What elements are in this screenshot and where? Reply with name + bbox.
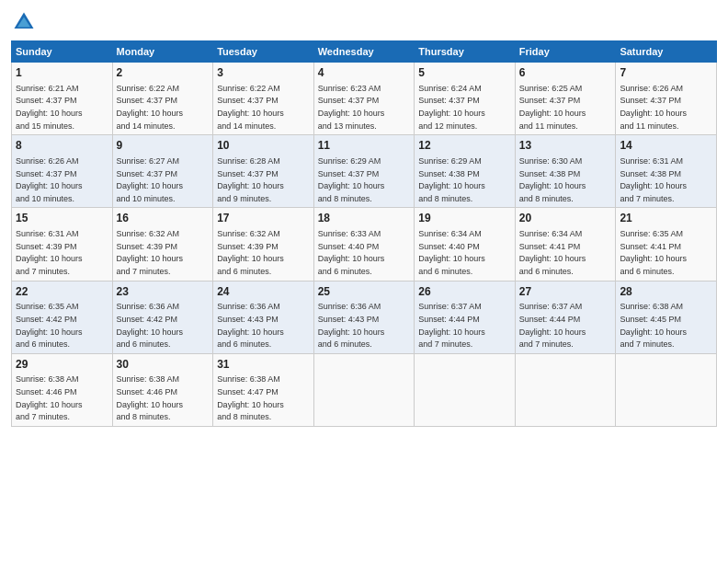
day-number: 19: [418, 211, 511, 226]
day-number: 27: [519, 284, 612, 300]
calendar-cell: 3Sunrise: 6:22 AM Sunset: 4:37 PM Daylig…: [213, 63, 314, 135]
day-info: Sunrise: 6:23 AM Sunset: 4:37 PM Dayligh…: [318, 84, 385, 131]
day-number: 24: [217, 284, 310, 300]
col-header-sunday: Sunday: [12, 41, 113, 63]
day-number: 8: [16, 138, 108, 154]
day-number: 6: [519, 65, 612, 81]
day-number: 23: [117, 284, 210, 300]
day-number: 5: [418, 65, 511, 81]
calendar-cell: 9Sunrise: 6:27 AM Sunset: 4:37 PM Daylig…: [112, 135, 213, 208]
calendar-cell: 12Sunrise: 6:29 AM Sunset: 4:38 PM Dayli…: [415, 135, 516, 208]
day-number: 9: [117, 138, 210, 154]
col-header-saturday: Saturday: [616, 41, 717, 63]
day-info: Sunrise: 6:38 AM Sunset: 4:46 PM Dayligh…: [16, 374, 83, 421]
calendar-cell: 10Sunrise: 6:28 AM Sunset: 4:37 PM Dayli…: [213, 135, 314, 208]
calendar-cell: 22Sunrise: 6:35 AM Sunset: 4:42 PM Dayli…: [12, 281, 113, 353]
day-number: 4: [318, 65, 411, 81]
day-number: 18: [318, 211, 411, 226]
calendar-cell: [515, 353, 616, 426]
day-info: Sunrise: 6:34 AM Sunset: 4:41 PM Dayligh…: [519, 229, 586, 276]
calendar-table: SundayMondayTuesdayWednesdayThursdayFrid…: [11, 40, 717, 427]
calendar-cell: 11Sunrise: 6:29 AM Sunset: 4:37 PM Dayli…: [313, 135, 415, 208]
day-number: 20: [519, 211, 612, 226]
calendar-cell: 14Sunrise: 6:31 AM Sunset: 4:38 PM Dayli…: [616, 135, 717, 208]
calendar-cell: 21Sunrise: 6:35 AM Sunset: 4:41 PM Dayli…: [616, 208, 717, 281]
week-row-3: 15Sunrise: 6:31 AM Sunset: 4:39 PM Dayli…: [12, 208, 717, 281]
day-number: 22: [16, 284, 108, 300]
calendar-cell: 30Sunrise: 6:38 AM Sunset: 4:46 PM Dayli…: [112, 353, 213, 426]
day-number: 1: [16, 65, 108, 81]
page: SundayMondayTuesdayWednesdayThursdayFrid…: [0, 0, 728, 563]
calendar-cell: 15Sunrise: 6:31 AM Sunset: 4:39 PM Dayli…: [12, 208, 113, 281]
day-number: 7: [620, 65, 712, 81]
day-info: Sunrise: 6:24 AM Sunset: 4:37 PM Dayligh…: [418, 84, 485, 131]
header: [11, 9, 717, 35]
day-info: Sunrise: 6:31 AM Sunset: 4:39 PM Dayligh…: [16, 229, 83, 276]
calendar-cell: 23Sunrise: 6:36 AM Sunset: 4:42 PM Dayli…: [112, 281, 213, 353]
day-info: Sunrise: 6:38 AM Sunset: 4:47 PM Dayligh…: [217, 374, 284, 421]
calendar-cell: 16Sunrise: 6:32 AM Sunset: 4:39 PM Dayli…: [112, 208, 213, 281]
calendar-cell: 26Sunrise: 6:37 AM Sunset: 4:44 PM Dayli…: [415, 281, 516, 353]
calendar-cell: 18Sunrise: 6:33 AM Sunset: 4:40 PM Dayli…: [313, 208, 415, 281]
day-number: 14: [620, 138, 712, 154]
day-info: Sunrise: 6:36 AM Sunset: 4:43 PM Dayligh…: [217, 302, 284, 349]
day-number: 15: [16, 211, 108, 226]
calendar-cell: 19Sunrise: 6:34 AM Sunset: 4:40 PM Dayli…: [415, 208, 516, 281]
day-number: 12: [418, 138, 511, 154]
calendar-cell: 17Sunrise: 6:32 AM Sunset: 4:39 PM Dayli…: [213, 208, 314, 281]
day-info: Sunrise: 6:34 AM Sunset: 4:40 PM Dayligh…: [418, 229, 485, 276]
day-info: Sunrise: 6:37 AM Sunset: 4:44 PM Dayligh…: [418, 302, 485, 349]
day-info: Sunrise: 6:38 AM Sunset: 4:45 PM Dayligh…: [620, 302, 687, 349]
day-number: 3: [217, 65, 310, 81]
day-info: Sunrise: 6:26 AM Sunset: 4:37 PM Dayligh…: [16, 156, 83, 203]
calendar-cell: 4Sunrise: 6:23 AM Sunset: 4:37 PM Daylig…: [313, 63, 415, 135]
header-row: SundayMondayTuesdayWednesdayThursdayFrid…: [12, 41, 717, 63]
day-number: 16: [117, 211, 210, 226]
calendar-cell: 1Sunrise: 6:21 AM Sunset: 4:37 PM Daylig…: [12, 63, 113, 135]
day-info: Sunrise: 6:22 AM Sunset: 4:37 PM Dayligh…: [217, 84, 284, 131]
logo-icon: [11, 9, 37, 35]
day-number: 30: [117, 357, 210, 373]
day-info: Sunrise: 6:31 AM Sunset: 4:38 PM Dayligh…: [620, 156, 687, 203]
col-header-friday: Friday: [515, 41, 616, 63]
calendar-cell: 24Sunrise: 6:36 AM Sunset: 4:43 PM Dayli…: [213, 281, 314, 353]
col-header-monday: Monday: [112, 41, 213, 63]
day-info: Sunrise: 6:36 AM Sunset: 4:43 PM Dayligh…: [318, 302, 385, 349]
week-row-4: 22Sunrise: 6:35 AM Sunset: 4:42 PM Dayli…: [12, 281, 717, 353]
day-number: 11: [318, 138, 411, 154]
calendar-cell: [313, 353, 415, 426]
day-info: Sunrise: 6:22 AM Sunset: 4:37 PM Dayligh…: [117, 84, 184, 131]
day-info: Sunrise: 6:30 AM Sunset: 4:38 PM Dayligh…: [519, 156, 586, 203]
day-info: Sunrise: 6:32 AM Sunset: 4:39 PM Dayligh…: [117, 229, 184, 276]
col-header-thursday: Thursday: [415, 41, 516, 63]
calendar-cell: 2Sunrise: 6:22 AM Sunset: 4:37 PM Daylig…: [112, 63, 213, 135]
calendar-cell: 28Sunrise: 6:38 AM Sunset: 4:45 PM Dayli…: [616, 281, 717, 353]
day-number: 10: [217, 138, 310, 154]
day-number: 21: [620, 211, 712, 226]
day-info: Sunrise: 6:33 AM Sunset: 4:40 PM Dayligh…: [318, 229, 385, 276]
day-info: Sunrise: 6:21 AM Sunset: 4:37 PM Dayligh…: [16, 84, 83, 131]
calendar-cell: [616, 353, 717, 426]
day-info: Sunrise: 6:35 AM Sunset: 4:42 PM Dayligh…: [16, 302, 83, 349]
calendar-cell: 29Sunrise: 6:38 AM Sunset: 4:46 PM Dayli…: [12, 353, 113, 426]
calendar-cell: 25Sunrise: 6:36 AM Sunset: 4:43 PM Dayli…: [313, 281, 415, 353]
calendar-cell: 7Sunrise: 6:26 AM Sunset: 4:37 PM Daylig…: [616, 63, 717, 135]
calendar-cell: [415, 353, 516, 426]
day-info: Sunrise: 6:35 AM Sunset: 4:41 PM Dayligh…: [620, 229, 687, 276]
week-row-2: 8Sunrise: 6:26 AM Sunset: 4:37 PM Daylig…: [12, 135, 717, 208]
calendar-cell: 20Sunrise: 6:34 AM Sunset: 4:41 PM Dayli…: [515, 208, 616, 281]
calendar-cell: 8Sunrise: 6:26 AM Sunset: 4:37 PM Daylig…: [12, 135, 113, 208]
day-info: Sunrise: 6:27 AM Sunset: 4:37 PM Dayligh…: [117, 156, 184, 203]
day-info: Sunrise: 6:36 AM Sunset: 4:42 PM Dayligh…: [117, 302, 184, 349]
day-info: Sunrise: 6:25 AM Sunset: 4:37 PM Dayligh…: [519, 84, 586, 131]
day-number: 28: [620, 284, 712, 300]
day-number: 29: [16, 357, 108, 373]
calendar-cell: 5Sunrise: 6:24 AM Sunset: 4:37 PM Daylig…: [415, 63, 516, 135]
col-header-wednesday: Wednesday: [313, 41, 415, 63]
day-number: 2: [117, 65, 210, 81]
day-number: 17: [217, 211, 310, 226]
day-number: 26: [418, 284, 511, 300]
day-info: Sunrise: 6:26 AM Sunset: 4:37 PM Dayligh…: [620, 84, 687, 131]
day-number: 25: [318, 284, 411, 300]
calendar-cell: 13Sunrise: 6:30 AM Sunset: 4:38 PM Dayli…: [515, 135, 616, 208]
